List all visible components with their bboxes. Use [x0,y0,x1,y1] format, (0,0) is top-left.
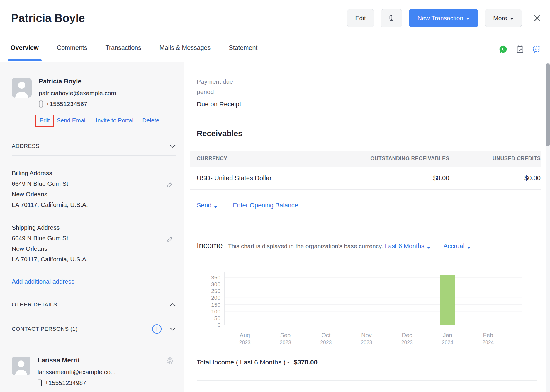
edit-shipping-address-button[interactable] [167,235,174,246]
column-outstanding-receivables: OUTSTANDING RECEIVABLES [352,151,450,167]
outstanding-cell: $0.00 [352,167,450,189]
svg-text:50: 50 [214,315,220,321]
receivables-title: Receivables [197,129,541,138]
contact-person-card: Larissa Merrit larissamerritt@example.co… [12,357,176,386]
payment-due-period-value: Due on Receipt [197,100,541,108]
contact-actions: Edit Send Email Invite to Portal Delete [39,115,159,127]
billing-address-line: 6649 N Blue Gum St [12,178,163,189]
whatsapp-icon[interactable] [498,45,508,54]
edit-annotation-box: Edit [35,115,54,127]
svg-text:Nov: Nov [361,332,372,338]
divider [12,340,176,340]
svg-text:2023: 2023 [401,340,413,345]
add-additional-address-link[interactable]: Add additional address [12,278,176,285]
tab-transactions[interactable]: Transactions [106,33,141,62]
edit-button[interactable]: Edit [347,9,374,27]
chevron-down-icon [169,144,176,148]
close-icon [532,13,542,23]
contact-person-avatar [12,357,30,375]
caret-down-icon [466,18,470,20]
more-button[interactable]: More [485,9,522,27]
shipping-address-line: LA 70117, California, U.S.A. [12,254,163,265]
svg-text:2024: 2024 [442,340,453,345]
svg-text:Sep: Sep [280,332,291,338]
payment-due-period-label: Payment due period [197,76,242,97]
content-area: Patricia Boyle patriciaboyle@example.com… [0,62,550,392]
send-email-link[interactable]: Send Email [57,117,86,124]
tasks-clipboard-icon[interactable] [516,45,524,54]
window-header: Patricia Boyle Edit New Transaction More [0,0,550,33]
new-transaction-button[interactable]: New Transaction [409,9,478,27]
chevron-down-icon [169,327,176,331]
close-button[interactable] [532,13,542,23]
shipping-address-line: 6649 N Blue Gum St [12,233,163,243]
contact-email: patriciaboyle@example.com [39,90,159,97]
receivables-actions: Send Enter Opening Balance [197,201,541,211]
svg-text:250: 250 [211,288,220,294]
svg-text:300: 300 [211,281,220,287]
svg-text:2023: 2023 [320,340,332,345]
primary-contact-card: Patricia Boyle patriciaboyle@example.com… [12,78,176,127]
billing-address-line: LA 70117, California, U.S.A. [12,200,163,210]
income-basis-dropdown[interactable]: Accrual [443,243,470,250]
income-chart: 050100150200250300350Aug2023Sep2023Oct20… [197,269,534,347]
gear-icon [166,357,174,365]
receivables-row: USD- United States Dollar $0.00 $0.00 [190,167,541,189]
attachments-button[interactable] [381,9,402,27]
contact-details-page: { "colors": { "accent_blue": "#4285f4", … [0,0,550,392]
svg-text:2023: 2023 [280,340,291,345]
svg-text:Oct: Oct [321,332,331,338]
plus-circle-icon [152,324,162,334]
caret-down-icon [467,247,470,249]
chat-feedback-icon[interactable] [532,45,541,54]
receivables-table: CURRENCY OUTSTANDING RECEIVABLES UNUSED … [190,151,541,190]
tab-comments[interactable]: Comments [57,33,87,62]
separator [437,242,437,250]
edit-billing-address-button[interactable] [167,181,174,191]
pencil-icon [167,236,174,243]
address-section-header[interactable]: ADDRESS [12,143,176,149]
edit-contact-link[interactable]: Edit [40,117,50,124]
delete-contact-link[interactable]: Delete [142,117,159,124]
income-range-dropdown[interactable]: Last 6 Months [385,243,430,250]
contact-phone: +15551234567 [46,100,87,108]
svg-text:350: 350 [211,275,220,281]
invite-to-portal-link[interactable]: Invite to Portal [96,117,133,124]
mobile-phone-icon [38,379,42,386]
svg-text:Aug: Aug [240,332,250,338]
caret-down-icon [214,206,217,208]
tab-statement[interactable]: Statement [229,33,257,62]
other-details-section-header[interactable]: OTHER DETAILS [12,301,176,308]
active-tab-indicator [8,59,42,61]
svg-text:2023: 2023 [361,340,372,345]
svg-text:Dec: Dec [402,332,412,338]
send-dropdown[interactable]: Send [197,202,217,209]
separator [91,118,91,124]
enter-opening-balance-link[interactable]: Enter Opening Balance [233,202,298,209]
currency-cell: USD- United States Dollar [190,167,352,189]
separator [138,118,138,124]
mobile-phone-icon [39,100,43,108]
page-title: Patricia Boyle [11,12,341,25]
svg-text:0: 0 [217,322,220,328]
contact-persons-section-header[interactable]: CONTACT PERSONS (1) [12,324,176,334]
shipping-address-label: Shipping Address [12,222,163,233]
svg-text:Jan: Jan [443,332,452,338]
billing-address-line: New Orleans [12,189,163,200]
tab-mails-messages[interactable]: Mails & Messages [159,33,211,62]
contact-person-settings-button[interactable] [166,357,174,366]
svg-text:2023: 2023 [239,340,251,345]
contact-person-email: larissamerritt@example.co... [38,369,116,376]
add-contact-person-button[interactable] [152,324,162,334]
income-chart-container: 050100150200250300350Aug2023Sep2023Oct20… [197,269,541,348]
contact-name: Patricia Boyle [39,78,159,85]
income-title: Income [197,241,223,250]
contact-person-phone: +15551234987 [45,379,86,386]
tab-bar: Overview Comments Transactions Mails & M… [0,33,550,62]
shipping-address-block: Shipping Address 6649 N Blue Gum St New … [12,222,176,265]
contact-avatar [12,78,32,98]
scrollbar-thumb[interactable] [546,63,550,146]
tab-overview[interactable]: Overview [11,33,39,62]
svg-text:Feb: Feb [483,332,493,338]
income-subtitle: This chart is displayed in the organizat… [228,243,383,250]
